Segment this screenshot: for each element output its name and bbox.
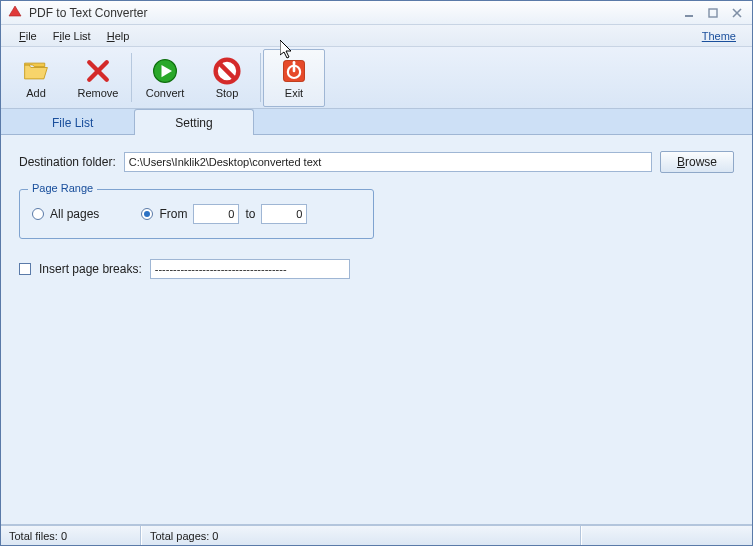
delete-x-icon bbox=[84, 57, 112, 85]
add-button[interactable]: Add bbox=[5, 49, 67, 107]
svg-rect-0 bbox=[685, 15, 693, 17]
pdf-app-icon bbox=[7, 5, 23, 21]
remove-button[interactable]: Remove bbox=[67, 49, 129, 107]
page-range-group: Page Range All pages From to bbox=[19, 189, 374, 239]
from-radio[interactable]: From to bbox=[141, 204, 307, 224]
menu-bar: File File List Help Theme bbox=[1, 25, 752, 47]
radio-checked-icon bbox=[141, 208, 153, 220]
destination-label: Destination folder: bbox=[19, 155, 116, 169]
window-title: PDF to Text Converter bbox=[29, 6, 680, 20]
stop-button[interactable]: Stop bbox=[196, 49, 258, 107]
toolbar-separator-2 bbox=[260, 53, 261, 102]
menu-help[interactable]: Help bbox=[99, 28, 138, 44]
status-empty bbox=[581, 526, 752, 545]
page-breaks-checkbox[interactable] bbox=[19, 263, 31, 275]
maximize-button[interactable] bbox=[704, 6, 722, 20]
browse-button[interactable]: Browse bbox=[660, 151, 734, 173]
status-total-pages: Total pages: 0 bbox=[141, 526, 581, 545]
status-total-files: Total files: 0 bbox=[1, 526, 141, 545]
menu-file[interactable]: File bbox=[11, 28, 45, 44]
add-label: Add bbox=[26, 87, 46, 99]
close-button[interactable] bbox=[728, 6, 746, 20]
folder-open-icon bbox=[22, 57, 50, 85]
svg-rect-1 bbox=[709, 9, 717, 17]
page-range-legend: Page Range bbox=[28, 182, 97, 194]
app-window: PDF to Text Converter File File List Hel… bbox=[0, 0, 753, 546]
settings-panel: Destination folder: Browse Page Range Al… bbox=[1, 135, 752, 525]
menu-filelist[interactable]: File List bbox=[45, 28, 99, 44]
remove-label: Remove bbox=[78, 87, 119, 99]
destination-input[interactable] bbox=[124, 152, 652, 172]
theme-link[interactable]: Theme bbox=[696, 28, 742, 44]
tab-setting[interactable]: Setting bbox=[134, 109, 253, 135]
minimize-button[interactable] bbox=[680, 6, 698, 20]
to-label: to bbox=[245, 207, 255, 221]
page-breaks-input[interactable] bbox=[150, 259, 350, 279]
window-controls bbox=[680, 6, 746, 20]
all-pages-label: All pages bbox=[50, 207, 99, 221]
exit-button[interactable]: Exit bbox=[263, 49, 325, 107]
radio-icon bbox=[32, 208, 44, 220]
play-icon bbox=[151, 57, 179, 85]
stop-label: Stop bbox=[216, 87, 239, 99]
title-bar: PDF to Text Converter bbox=[1, 1, 752, 25]
page-breaks-row: Insert page breaks: bbox=[19, 259, 734, 279]
toolbar: Add Remove Convert Stop Exit bbox=[1, 47, 752, 109]
tab-strip: File List Setting bbox=[1, 109, 752, 135]
from-label: From bbox=[159, 207, 187, 221]
page-breaks-label: Insert page breaks: bbox=[39, 262, 142, 276]
tab-file-list[interactable]: File List bbox=[11, 109, 134, 135]
power-icon bbox=[280, 57, 308, 85]
destination-row: Destination folder: Browse bbox=[19, 151, 734, 173]
convert-button[interactable]: Convert bbox=[134, 49, 196, 107]
all-pages-radio[interactable]: All pages bbox=[32, 207, 99, 221]
toolbar-separator bbox=[131, 53, 132, 102]
from-input[interactable] bbox=[193, 204, 239, 224]
status-bar: Total files: 0 Total pages: 0 bbox=[1, 525, 752, 545]
exit-label: Exit bbox=[285, 87, 303, 99]
convert-label: Convert bbox=[146, 87, 185, 99]
stop-icon bbox=[213, 57, 241, 85]
to-input[interactable] bbox=[261, 204, 307, 224]
